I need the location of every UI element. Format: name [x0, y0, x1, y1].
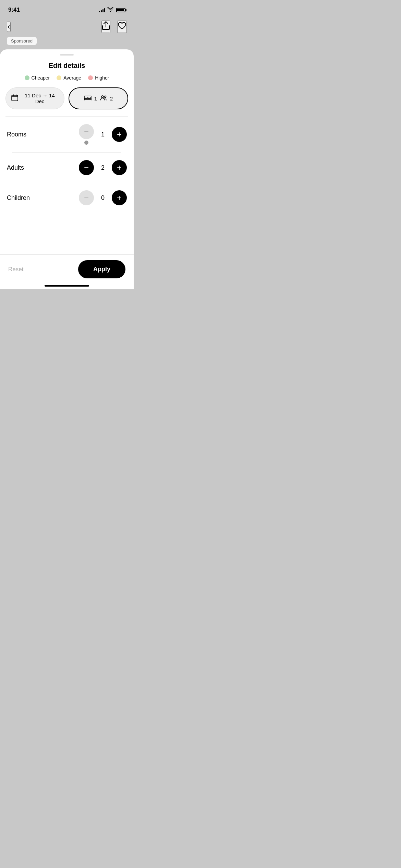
drag-handle	[60, 54, 74, 56]
reset-button[interactable]: Reset	[8, 266, 23, 273]
bed-count: 1	[94, 96, 97, 101]
rooms-increment-button[interactable]: +	[112, 127, 127, 142]
children-controls: − 0 +	[79, 190, 127, 205]
selectors-row: 11 Dec → 14 Dec 1	[0, 87, 134, 109]
bottom-actions: Reset Apply	[0, 254, 134, 289]
status-time: 9:41	[8, 7, 20, 13]
children-value: 0	[99, 194, 106, 202]
battery-icon	[116, 8, 125, 12]
nav-actions	[101, 21, 127, 33]
higher-dot	[88, 75, 93, 80]
children-label: Children	[7, 194, 30, 202]
svg-point-4	[105, 96, 106, 97]
children-increment-button[interactable]: +	[112, 190, 127, 205]
children-row: Children − 0 +	[7, 183, 127, 213]
nav-bar: ‹	[0, 18, 134, 36]
calendar-icon	[11, 94, 18, 103]
cheaper-label: Cheaper	[32, 75, 50, 81]
status-icons	[99, 7, 125, 13]
higher-label: Higher	[95, 75, 109, 81]
svg-rect-0	[12, 95, 18, 101]
adults-label: Adults	[7, 164, 24, 171]
adults-increment-button[interactable]: +	[112, 160, 127, 175]
rooms-indicator-dot	[84, 141, 88, 145]
rooms-row: Rooms − 1 +	[7, 117, 127, 152]
bottom-sheet: Edit details Cheaper Average Higher 11	[0, 49, 134, 289]
status-bar: 9:41	[0, 0, 134, 18]
legend-higher: Higher	[88, 75, 109, 81]
legend-cheaper: Cheaper	[25, 75, 50, 81]
rooms-controls: − 1 +	[79, 124, 127, 145]
adults-value: 2	[99, 164, 106, 171]
apply-button[interactable]: Apply	[78, 260, 125, 278]
date-value: 11 Dec → 14 Dec	[21, 93, 59, 104]
average-label: Average	[63, 75, 81, 81]
home-indicator	[45, 285, 89, 287]
bed-icon	[84, 95, 92, 102]
favorite-button[interactable]	[117, 21, 127, 33]
average-dot	[57, 75, 61, 80]
adults-controls: − 2 +	[79, 160, 127, 175]
back-button[interactable]: ‹	[7, 22, 11, 32]
sponsored-badge: Sponsored	[7, 37, 37, 45]
cheaper-dot	[25, 75, 29, 80]
sheet-title: Edit details	[0, 62, 134, 70]
wifi-icon	[107, 7, 113, 13]
legend-average: Average	[57, 75, 81, 81]
signal-icon	[99, 8, 105, 12]
adults-decrement-button[interactable]: −	[79, 160, 94, 175]
counters-section: Rooms − 1 + Adults − 2 + Children	[0, 117, 134, 213]
share-button[interactable]	[101, 21, 110, 33]
guests-selector[interactable]: 1 2	[69, 87, 128, 109]
date-selector[interactable]: 11 Dec → 14 Dec	[5, 87, 64, 109]
guests-icon	[100, 95, 107, 102]
rooms-label: Rooms	[7, 131, 26, 138]
price-legend: Cheaper Average Higher	[0, 75, 134, 81]
rooms-decrement-button[interactable]: −	[79, 124, 94, 139]
rooms-value: 1	[99, 131, 106, 138]
rooms-minus-wrapper: −	[79, 124, 94, 145]
children-decrement-button[interactable]: −	[79, 190, 94, 205]
adults-row: Adults − 2 +	[7, 153, 127, 183]
svg-point-3	[101, 96, 104, 98]
guests-count: 2	[110, 96, 113, 101]
